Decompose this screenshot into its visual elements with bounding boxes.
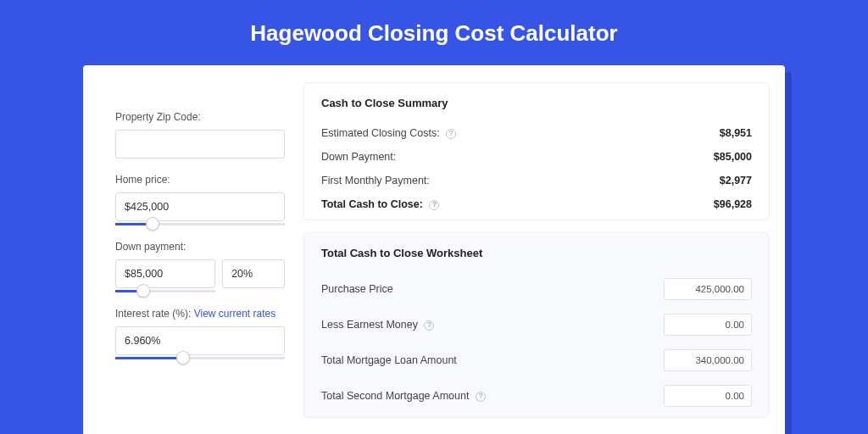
rate-label: Interest rate (%): View current rates <box>115 308 285 320</box>
inputs-column: Property Zip Code: Home price: Down paym… <box>83 65 303 434</box>
summary-row: Estimated Closing Costs: ? $8,951 <box>321 121 752 145</box>
help-icon[interactable]: ? <box>429 200 439 210</box>
worksheet-row: Purchase Price <box>321 271 752 307</box>
summary-card: Cash to Close Summary Estimated Closing … <box>303 82 770 220</box>
worksheet-row: Total Second Mortgage Amount ? <box>321 378 752 414</box>
summary-row-value: $85,000 <box>714 151 752 163</box>
field-interest-rate: Interest rate (%): View current rates <box>115 308 285 359</box>
home-price-slider[interactable] <box>115 223 285 225</box>
down-payment-pct-input[interactable] <box>222 259 285 288</box>
down-payment-input[interactable] <box>115 259 215 288</box>
results-column: Cash to Close Summary Estimated Closing … <box>303 65 785 434</box>
worksheet-card: Total Cash to Close Worksheet Purchase P… <box>303 232 770 418</box>
home-price-input[interactable] <box>115 192 285 221</box>
slider-thumb-icon[interactable] <box>146 217 159 231</box>
worksheet-input[interactable] <box>664 278 752 300</box>
field-home-price: Home price: <box>115 174 285 225</box>
worksheet-row-label: Purchase Price <box>321 283 393 295</box>
field-zip: Property Zip Code: <box>115 111 285 159</box>
page-title: Hagewood Closing Cost Calculator <box>0 0 868 65</box>
down-payment-slider[interactable] <box>115 290 215 292</box>
worksheet-input[interactable] <box>664 314 752 336</box>
worksheet-row-label: Total Second Mortgage Amount ? <box>321 390 486 402</box>
summary-row: First Monthly Payment: $2,977 <box>321 169 752 192</box>
help-icon[interactable]: ? <box>476 392 486 402</box>
field-down-payment: Down payment: <box>115 241 285 292</box>
rate-slider[interactable] <box>115 357 285 359</box>
calculator-panel: Property Zip Code: Home price: Down paym… <box>83 65 785 434</box>
summary-row-label: Estimated Closing Costs: ? <box>321 127 456 139</box>
summary-total-row: Total Cash to Close: ? $96,928 <box>321 192 752 216</box>
summary-total-value: $96,928 <box>714 198 752 210</box>
view-rates-link[interactable]: View current rates <box>194 308 276 320</box>
help-icon[interactable]: ? <box>446 129 456 139</box>
summary-row: Down Payment: $85,000 <box>321 145 752 169</box>
home-price-label: Home price: <box>115 174 285 186</box>
worksheet-row: Less Earnest Money ? <box>321 307 752 342</box>
summary-total-label: Total Cash to Close: ? <box>321 198 439 210</box>
worksheet-row-label: Total Mortgage Loan Amount <box>321 354 457 366</box>
zip-label: Property Zip Code: <box>115 111 285 123</box>
worksheet-title: Total Cash to Close Worksheet <box>321 247 752 259</box>
slider-thumb-icon[interactable] <box>136 284 150 298</box>
summary-title: Cash to Close Summary <box>321 97 752 109</box>
down-payment-label: Down payment: <box>115 241 285 253</box>
summary-row-value: $8,951 <box>720 127 752 139</box>
worksheet-input[interactable] <box>664 349 752 371</box>
summary-row-value: $2,977 <box>720 175 752 186</box>
worksheet-row-label: Less Earnest Money ? <box>321 319 434 331</box>
slider-thumb-icon[interactable] <box>176 351 190 364</box>
rate-input[interactable] <box>115 326 285 355</box>
summary-row-label: Down Payment: <box>321 151 396 163</box>
worksheet-input[interactable] <box>664 385 752 407</box>
summary-row-label: First Monthly Payment: <box>321 175 430 186</box>
help-icon[interactable]: ? <box>424 320 434 331</box>
worksheet-row: Total Mortgage Loan Amount <box>321 342 752 378</box>
zip-input[interactable] <box>115 130 285 159</box>
rate-label-text: Interest rate (%): <box>115 308 194 320</box>
